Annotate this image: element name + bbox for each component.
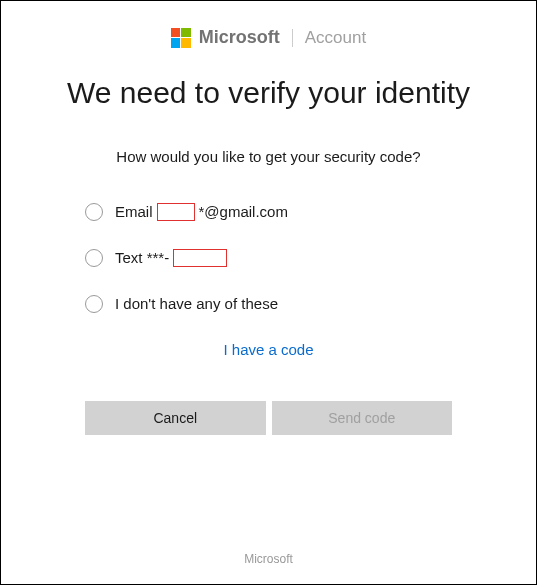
radio-icon xyxy=(85,249,103,267)
radio-icon xyxy=(85,203,103,221)
options-group: Email *@gmail.com Text ***- I don't have… xyxy=(41,203,496,313)
redacted-box xyxy=(157,203,195,221)
cancel-button[interactable]: Cancel xyxy=(85,401,266,435)
option-none[interactable]: I don't have any of these xyxy=(85,295,496,313)
header-divider xyxy=(292,29,293,47)
have-code-link[interactable]: I have a code xyxy=(223,341,313,358)
redacted-box xyxy=(173,249,227,267)
option-text-label: Text ***- xyxy=(115,249,227,267)
subtitle: How would you like to get your security … xyxy=(41,148,496,165)
header-section: Account xyxy=(305,28,366,48)
option-email-suffix: *@gmail.com xyxy=(199,203,288,220)
option-text[interactable]: Text ***- xyxy=(85,249,496,267)
option-none-label: I don't have any of these xyxy=(115,295,278,312)
radio-icon xyxy=(85,295,103,313)
microsoft-logo-icon xyxy=(171,28,191,48)
option-email-prefix: Email xyxy=(115,203,153,220)
brand-name: Microsoft xyxy=(199,27,280,48)
page-title: We need to verify your identity xyxy=(59,74,479,112)
option-email[interactable]: Email *@gmail.com xyxy=(85,203,496,221)
option-text-prefix: Text ***- xyxy=(115,249,169,266)
footer: Microsoft xyxy=(1,552,536,566)
header: Microsoft Account xyxy=(41,27,496,48)
have-code-row: I have a code xyxy=(41,341,496,359)
option-email-label: Email *@gmail.com xyxy=(115,203,288,221)
send-code-button[interactable]: Send code xyxy=(272,401,453,435)
button-row: Cancel Send code xyxy=(41,401,496,435)
